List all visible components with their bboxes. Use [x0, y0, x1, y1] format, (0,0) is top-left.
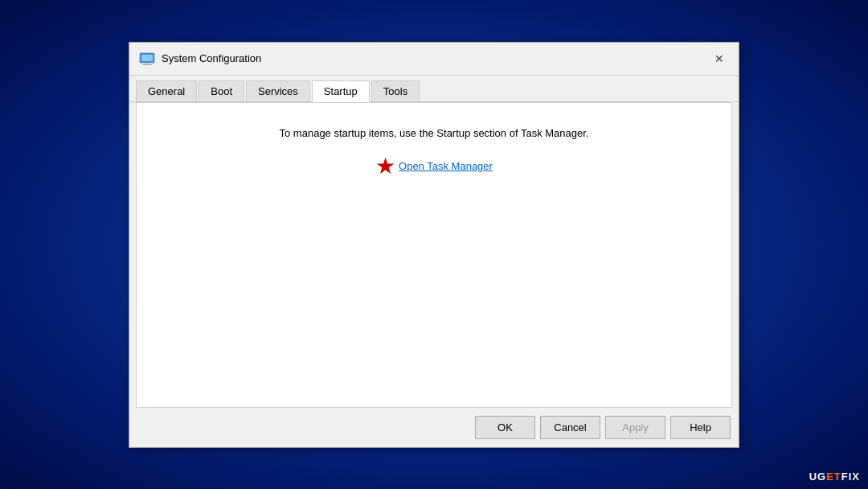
- tab-general[interactable]: General: [136, 80, 197, 102]
- title-bar: System Configuration ✕: [129, 43, 739, 76]
- cancel-button[interactable]: Cancel: [540, 416, 600, 439]
- link-area: ★ Open Task Manager: [375, 155, 493, 178]
- system-configuration-dialog: System Configuration ✕ General Boot Serv…: [129, 42, 739, 448]
- open-task-manager-link[interactable]: Open Task Manager: [399, 160, 493, 172]
- dialog-title: System Configuration: [162, 52, 261, 64]
- apply-button[interactable]: Apply: [605, 416, 665, 439]
- help-button[interactable]: Help: [670, 416, 731, 439]
- star-icon: ★: [375, 155, 395, 178]
- ok-button[interactable]: OK: [475, 416, 535, 439]
- svg-rect-2: [144, 63, 150, 64]
- svg-rect-1: [141, 55, 153, 61]
- info-text: To manage startup items, use the Startup…: [280, 127, 589, 139]
- tab-services[interactable]: Services: [246, 80, 310, 102]
- watermark-suffix: FIX: [841, 471, 860, 483]
- content-area: To manage startup items, use the Startup…: [136, 102, 732, 408]
- watermark-prefix: UG: [809, 471, 827, 483]
- dialog-icon: [139, 52, 155, 65]
- title-bar-left: System Configuration: [139, 52, 261, 65]
- tab-boot[interactable]: Boot: [199, 80, 244, 102]
- watermark-accent: ET: [826, 471, 841, 483]
- button-bar: OK Cancel Apply Help: [129, 408, 739, 447]
- watermark: UGETFIX: [809, 471, 860, 483]
- tab-tools[interactable]: Tools: [371, 80, 420, 102]
- close-button[interactable]: ✕: [710, 49, 729, 68]
- svg-rect-3: [142, 64, 152, 65]
- tab-bar: General Boot Services Startup Tools: [129, 76, 739, 102]
- tab-startup[interactable]: Startup: [312, 80, 370, 102]
